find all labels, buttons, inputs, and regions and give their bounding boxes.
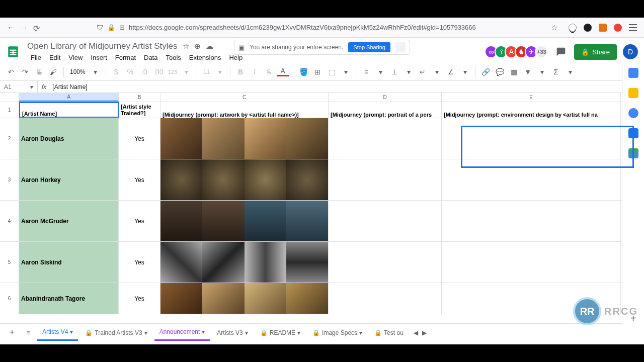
- maps-icon[interactable]: [628, 148, 638, 158]
- menu-format[interactable]: Format: [112, 52, 139, 63]
- account-avatar[interactable]: D: [623, 44, 638, 59]
- tasks-icon[interactable]: [628, 108, 638, 118]
- menu-data[interactable]: Data: [140, 52, 161, 63]
- menu-view[interactable]: View: [65, 52, 86, 63]
- menu-extensions[interactable]: Extensions: [186, 52, 225, 63]
- functions-icon[interactable]: Σ: [550, 66, 562, 78]
- artist-name-cell[interactable]: Aaron Douglas: [19, 118, 119, 159]
- tab-scroll-right-icon[interactable]: ▶: [422, 329, 427, 336]
- currency-icon[interactable]: $: [110, 66, 122, 78]
- calendar-icon[interactable]: [628, 68, 638, 78]
- column-header-e[interactable]: E: [442, 93, 621, 102]
- menu-edit[interactable]: Edit: [46, 52, 64, 63]
- document-title[interactable]: Open Library of Midjourney Artist Styles: [27, 41, 178, 51]
- row-number[interactable]: 2: [0, 118, 19, 159]
- print-icon[interactable]: 🖶: [33, 66, 45, 78]
- artwork-cell[interactable]: [160, 242, 329, 283]
- stop-sharing-button[interactable]: Stop Sharing: [348, 42, 390, 52]
- cell[interactable]: [329, 118, 442, 159]
- row-number[interactable]: 4: [0, 201, 19, 241]
- cell[interactable]: [442, 159, 621, 200]
- extension-icon-3[interactable]: [614, 24, 622, 32]
- increase-decimal-icon[interactable]: .00: [152, 66, 165, 78]
- avatar-overflow[interactable]: +33: [535, 45, 548, 58]
- sheet-tab[interactable]: 🔒Trained Artists V3 ▾: [80, 325, 152, 340]
- header-portrait[interactable]: [Midjourney (prompt: portrait of a pers: [329, 102, 442, 118]
- row-number[interactable]: 3: [0, 159, 19, 200]
- all-sheets-icon[interactable]: ≡: [21, 329, 35, 336]
- chart-icon[interactable]: ▥: [508, 66, 520, 78]
- row-number[interactable]: 6: [0, 283, 19, 314]
- nav-forward-icon[interactable]: →: [20, 24, 28, 32]
- shield-icon[interactable]: 🛡: [97, 24, 103, 31]
- chevron-down-icon[interactable]: ▾: [90, 66, 102, 78]
- cell[interactable]: [329, 283, 442, 314]
- column-header-d[interactable]: D: [329, 93, 442, 102]
- artist-name-cell[interactable]: Aaron McGruder: [19, 201, 119, 241]
- italic-icon[interactable]: I: [249, 66, 261, 78]
- menu-icon[interactable]: [629, 24, 637, 31]
- extension-icon[interactable]: [584, 24, 592, 32]
- url-text[interactable]: https://docs.google.com/spreadsheets/d/1…: [129, 24, 547, 31]
- font-size[interactable]: 11: [201, 67, 212, 76]
- nav-back-icon[interactable]: ←: [7, 24, 15, 32]
- borders-icon[interactable]: ⊞: [311, 66, 324, 78]
- trained-cell[interactable]: Yes: [119, 201, 160, 241]
- trained-cell[interactable]: Yes: [119, 118, 160, 159]
- wrap-icon[interactable]: ↵: [417, 66, 429, 78]
- header-environment[interactable]: [Midjourney (prompt: environment design …: [442, 102, 621, 118]
- sheet-tab[interactable]: Announcement ▾: [154, 324, 210, 341]
- comment-icon[interactable]: 💬: [494, 66, 506, 78]
- artwork-cell[interactable]: [160, 118, 329, 159]
- cell[interactable]: [442, 242, 621, 283]
- comment-history-icon[interactable]: [554, 45, 568, 59]
- contacts-icon[interactable]: [628, 128, 638, 138]
- v-align-icon[interactable]: ⊥: [388, 66, 400, 78]
- pocket-icon[interactable]: ◡: [569, 24, 577, 32]
- artwork-cell[interactable]: [160, 283, 329, 314]
- add-sheet-button[interactable]: +: [5, 327, 19, 338]
- menu-file[interactable]: File: [27, 52, 45, 63]
- bold-icon[interactable]: B: [234, 66, 247, 78]
- cloud-status-icon[interactable]: ☁: [206, 42, 213, 51]
- row-number[interactable]: 5: [0, 242, 19, 283]
- column-header-a[interactable]: A: [19, 93, 119, 102]
- rotate-icon[interactable]: ∠: [445, 66, 457, 78]
- artist-name-cell[interactable]: Abanindranath Tagore: [19, 283, 119, 314]
- artwork-cell[interactable]: [160, 201, 329, 241]
- filter-icon[interactable]: ▼: [522, 66, 534, 78]
- link-icon[interactable]: 🔗: [479, 66, 492, 78]
- cell[interactable]: [442, 118, 621, 159]
- percent-icon[interactable]: %: [124, 66, 136, 78]
- share-button[interactable]: 🔒 Share: [574, 44, 617, 60]
- select-all-corner[interactable]: [0, 93, 19, 102]
- trained-cell[interactable]: Yes: [119, 159, 160, 200]
- decrease-decimal-icon[interactable]: .0: [138, 66, 150, 78]
- menu-tools[interactable]: Tools: [162, 52, 184, 63]
- formula-input[interactable]: [Artist Name]: [50, 83, 644, 90]
- text-color-icon[interactable]: A: [277, 67, 289, 76]
- cell[interactable]: [329, 242, 442, 283]
- paint-format-icon[interactable]: 🖌: [47, 66, 59, 78]
- artist-name-cell[interactable]: Aaron Siskind: [19, 242, 119, 283]
- bookmark-star-icon[interactable]: ☆: [551, 23, 557, 32]
- zoom-select[interactable]: 100%: [68, 67, 88, 76]
- undo-icon[interactable]: ↶: [5, 66, 17, 78]
- sheet-tab-active[interactable]: Artists V4 ▾: [37, 324, 78, 341]
- h-align-icon[interactable]: ≡: [360, 66, 372, 78]
- cell[interactable]: [329, 201, 442, 241]
- extension-icon-2[interactable]: [599, 24, 607, 32]
- sheet-tab[interactable]: Artists V3 ▾: [212, 325, 253, 340]
- trained-cell[interactable]: Yes: [119, 242, 160, 283]
- more-formats[interactable]: 123: [167, 66, 179, 78]
- menu-insert[interactable]: Insert: [87, 52, 111, 63]
- sheet-tab[interactable]: 🔒Test ou: [369, 325, 409, 340]
- sheet-tab[interactable]: 🔒Image Specs ▾: [307, 325, 367, 340]
- hide-notice-button[interactable]: —: [395, 42, 406, 52]
- reload-icon[interactable]: ⟳: [33, 24, 41, 32]
- fill-color-icon[interactable]: 🪣: [297, 66, 309, 78]
- merge-icon[interactable]: ⬚: [326, 66, 338, 78]
- trained-cell[interactable]: Yes: [119, 283, 160, 314]
- redo-icon[interactable]: ↷: [19, 66, 31, 78]
- column-header-c[interactable]: C: [160, 93, 329, 102]
